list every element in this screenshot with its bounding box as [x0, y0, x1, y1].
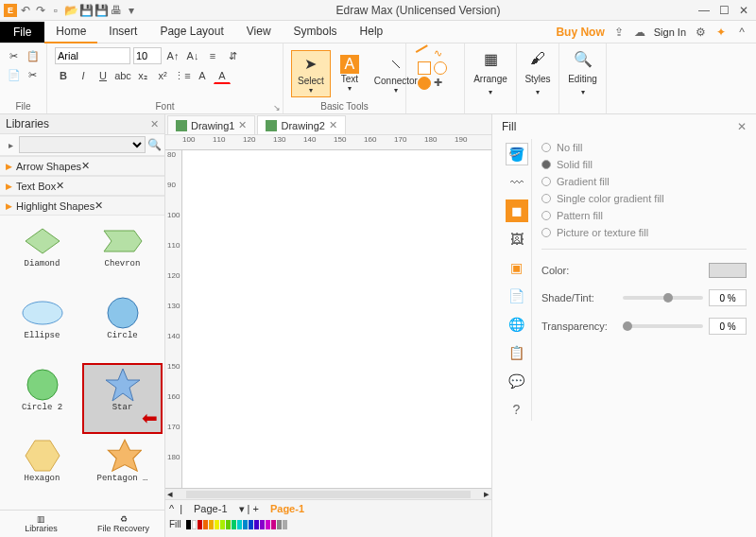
close-fill-panel-icon[interactable]: ✕ [737, 120, 747, 133]
color-swatch[interactable] [254, 520, 259, 529]
radio-no-fill[interactable]: No fill [541, 139, 747, 156]
increase-font-icon[interactable]: A↑ [164, 47, 181, 64]
footer-libraries[interactable]: ▥ Libraries [0, 511, 82, 537]
menu-help[interactable]: Help [349, 21, 395, 43]
color-swatch[interactable] [192, 520, 197, 529]
shade-slider[interactable] [623, 296, 703, 300]
print-icon[interactable]: 🖶 [110, 4, 123, 17]
file-menu[interactable]: File [0, 22, 44, 43]
buy-now-link[interactable]: Buy Now [556, 26, 604, 39]
picture-icon[interactable]: 🖼 [506, 228, 528, 251]
decrease-font-icon[interactable]: A↓ [184, 47, 201, 64]
page-setup-icon[interactable]: 📄 [506, 285, 528, 307]
color-swatch[interactable] [209, 520, 214, 529]
undo-icon[interactable]: ↶ [19, 4, 32, 17]
transparency-value[interactable] [709, 318, 747, 335]
shape-chevron[interactable]: Chevron [84, 221, 161, 289]
color-swatch[interactable] [203, 520, 208, 529]
color-swatch[interactable] [220, 520, 225, 529]
sign-in-link[interactable]: Sign In [654, 26, 686, 38]
bold-icon[interactable]: B [55, 67, 72, 84]
close-libraries-icon[interactable]: ✕ [150, 118, 159, 130]
cut-icon[interactable]: ✂ [25, 66, 42, 83]
bg-color-icon[interactable]: A [194, 67, 211, 84]
color-swatch[interactable] [232, 520, 236, 529]
color-swatch[interactable] [277, 520, 282, 529]
page-tab-1[interactable]: Page-1 [188, 502, 232, 515]
connector-tool[interactable]: ⟍ Connector ▾ [369, 51, 423, 96]
expand-pages-icon[interactable]: ^ [169, 503, 174, 514]
menu-view[interactable]: View [235, 21, 283, 43]
radio-gradient-fill[interactable]: Gradient fill [541, 173, 747, 190]
select-tool[interactable]: ➤ Select ▾ [291, 50, 331, 97]
save-icon[interactable]: 💾 [79, 4, 93, 17]
lib-add-icon[interactable]: ▸ [4, 138, 17, 151]
font-size-select[interactable] [133, 47, 162, 64]
layer-icon[interactable]: ▣ [506, 256, 528, 279]
page-tab-1-active[interactable]: Page-1 [265, 502, 310, 515]
collapse-ribbon-icon[interactable]: ^ [735, 26, 748, 39]
fill-bucket-icon[interactable]: 🪣 [506, 143, 528, 165]
paste-icon[interactable]: 📋 [25, 47, 42, 64]
line-style-icon[interactable]: 〰 [506, 171, 528, 194]
color-swatch[interactable] [283, 520, 287, 529]
color-swatch[interactable] [243, 520, 248, 529]
color-swatch[interactable] [226, 520, 231, 529]
section-text-box[interactable]: ▶ Text Box ✕ [0, 176, 164, 196]
italic-icon[interactable]: I [75, 67, 92, 84]
menu-home[interactable]: Home [44, 21, 97, 43]
comment-icon[interactable]: 💬 [506, 370, 528, 392]
minimize-icon[interactable]: — [698, 4, 710, 17]
help-icon[interactable]: ? [506, 398, 528, 421]
close-tab-icon[interactable]: ✕ [329, 119, 337, 131]
sub-icon[interactable]: x₂ [134, 67, 151, 84]
line-spacing-icon[interactable]: ⇵ [224, 47, 241, 64]
underline-icon[interactable]: U [94, 67, 112, 84]
radio-solid-fill[interactable]: Solid fill [541, 156, 747, 173]
apps-icon[interactable]: ✦ [714, 26, 728, 39]
section-highlight-shapes[interactable]: ▶ Highlight Shapes ✕ [0, 196, 164, 216]
drawing-canvas[interactable] [182, 150, 491, 488]
shade-value[interactable] [709, 289, 747, 306]
share-icon[interactable]: ⇪ [612, 26, 626, 39]
redo-icon[interactable]: ↷ [34, 4, 47, 17]
close-section-icon[interactable]: ✕ [56, 180, 64, 192]
radio-single-gradient[interactable]: Single color gradient fill [541, 190, 747, 207]
font-color-icon[interactable]: A [214, 67, 231, 84]
save-all-icon[interactable]: 💾 [94, 4, 108, 17]
font-name-select[interactable] [55, 47, 130, 64]
tab-drawing1[interactable]: Drawing1 ✕ [167, 115, 255, 134]
shape-hexagon[interactable]: Hexagon [4, 436, 80, 504]
close-section-icon[interactable]: ✕ [94, 199, 103, 212]
shadow-icon[interactable]: ◼ [506, 199, 528, 222]
styles-icon[interactable]: 🖌 [526, 47, 549, 70]
format-painter-icon[interactable]: ✂ [6, 47, 23, 64]
gear-icon[interactable]: ⚙ [694, 26, 707, 39]
menu-symbols[interactable]: Symbols [283, 21, 349, 43]
transparency-slider[interactable] [623, 324, 703, 328]
library-dropdown[interactable] [19, 136, 146, 153]
shape-circle[interactable]: Circle [84, 293, 161, 361]
color-swatch[interactable] [237, 520, 242, 529]
arrange-icon[interactable]: ▦ [479, 47, 502, 70]
more-icon[interactable]: ▾ [125, 4, 138, 17]
strike-icon[interactable]: abc [114, 67, 131, 84]
sup-icon[interactable]: x² [154, 67, 171, 84]
color-swatch[interactable] [198, 520, 202, 529]
bullets-icon[interactable]: ⋮≡ [174, 67, 191, 84]
world-icon[interactable]: 🌐 [506, 313, 528, 336]
radio-picture-fill[interactable]: Picture or texture fill [541, 224, 747, 241]
color-swatch[interactable] [249, 520, 253, 529]
cloud-icon[interactable]: ☁ [633, 26, 646, 39]
color-swatch[interactable] [266, 520, 270, 529]
shape-pentagon[interactable]: Pentagon … [84, 436, 161, 504]
close-section-icon[interactable]: ✕ [81, 160, 90, 172]
align-icon[interactable]: ≡ [204, 47, 221, 64]
color-swatch[interactable] [271, 520, 276, 529]
tab-drawing2[interactable]: Drawing2 ✕ [257, 115, 345, 134]
editing-icon[interactable]: 🔍 [572, 47, 594, 70]
color-swatch[interactable] [186, 520, 191, 529]
shape-ellipse[interactable]: Ellipse [4, 293, 80, 361]
color-picker[interactable] [709, 263, 747, 278]
footer-recovery[interactable]: ♻ File Recovery [82, 511, 164, 537]
